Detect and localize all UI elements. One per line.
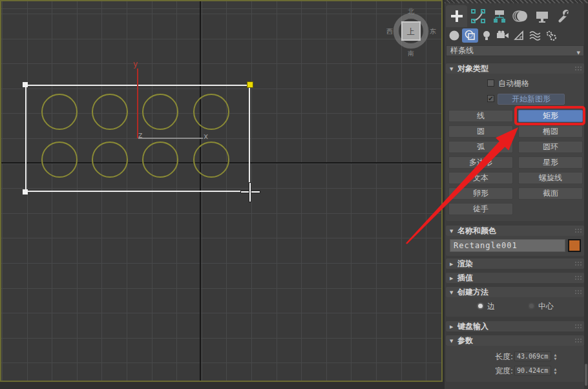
display-icon — [534, 8, 550, 24]
rollout-object-type[interactable]: ▼对象类型 — [446, 63, 584, 74]
viewport-top[interactable]: y x z 上 北 南 西 东 — [0, 0, 443, 382]
start-new-shape-checkbox[interactable]: ✔ — [487, 95, 494, 102]
tab-space-warps[interactable] — [527, 28, 543, 43]
create-category-tabs — [446, 28, 559, 43]
width-spinner[interactable]: ▲▼ — [552, 366, 559, 375]
tab-cameras[interactable] — [494, 28, 510, 43]
panel-scrollbar[interactable] — [584, 3, 588, 389]
shape-button[interactable]: 线 — [448, 110, 513, 122]
shapes-icon — [465, 30, 476, 41]
motion-icon — [512, 8, 529, 24]
shape-button[interactable]: 多边形 — [448, 156, 513, 169]
category-dropdown-value: 样条线 — [450, 46, 474, 55]
panel-scrollbar-thumb[interactable] — [585, 364, 587, 386]
tab-motion[interactable] — [510, 5, 531, 27]
wrench-icon — [556, 8, 571, 24]
name-color-body: Rectangle001 — [446, 236, 584, 256]
rollout-name-color[interactable]: ▼名称和颜色 — [446, 226, 584, 236]
shape-button[interactable]: 文本 — [448, 172, 513, 184]
rollout-title: 参数 — [457, 336, 473, 345]
rollout-title: 对象类型 — [457, 64, 488, 73]
light-bulb-icon — [481, 30, 492, 41]
length-input[interactable]: 43.069cm — [514, 352, 551, 361]
shape-button[interactable]: 卵形 — [448, 187, 513, 200]
width-input[interactable]: 90.424cm — [514, 366, 551, 375]
rollout-rendering[interactable]: ▶渲染 — [446, 258, 584, 269]
tab-modify[interactable] — [467, 5, 488, 27]
width-label: 宽度: — [472, 366, 513, 377]
viewcube-north-label: 北 — [408, 8, 415, 15]
panel-dock-grip[interactable] — [445, 0, 588, 3]
create-plus-icon — [450, 9, 464, 23]
rollout-creation-method[interactable]: ▼创建方法 — [446, 287, 584, 297]
radio-center-label: 中心 — [538, 301, 554, 312]
parameters-body: 长度: 43.069cm ▲▼ 宽度: 90.424cm ▲▼ — [446, 346, 584, 382]
start-new-shape-toggle[interactable]: 开始新图形 — [498, 94, 565, 105]
rollout-grip-icon — [574, 66, 582, 72]
rollout-title: 创建方法 — [457, 288, 488, 297]
tab-systems[interactable] — [543, 28, 559, 43]
z-axis-label: z — [138, 131, 142, 140]
rollout-expanded-icon: ▼ — [450, 64, 457, 74]
spline-category-dropdown[interactable]: 样条线 ▼ — [446, 45, 584, 56]
shape-button[interactable]: 星形 — [518, 156, 583, 169]
hierarchy-icon — [492, 8, 507, 24]
tab-geometry[interactable] — [446, 28, 462, 43]
rect-handle-top-right — [247, 81, 253, 88]
set-square-icon — [513, 30, 525, 41]
tab-helpers[interactable] — [510, 28, 527, 43]
shape-button[interactable]: 螺旋线 — [518, 172, 583, 184]
autogrid-checkbox[interactable] — [487, 79, 494, 87]
tab-lights[interactable] — [478, 28, 494, 43]
rect-handle-bottom-left — [23, 189, 28, 194]
radio-edge[interactable] — [477, 302, 484, 310]
rollout-grip-icon — [574, 338, 582, 344]
rollout-grip-icon — [574, 261, 582, 267]
chevron-down-icon: ▼ — [577, 48, 580, 58]
object-type-body: 自动栅格 ✔ 开始新图形 线矩形圆椭圆弧圆环多边形星形文本螺旋线卵形截面徒手 — [446, 74, 584, 221]
rect-handle-top-left — [23, 82, 28, 87]
length-label: 长度: — [472, 352, 513, 363]
geometry-sphere-icon — [448, 30, 460, 41]
shape-button[interactable]: 圆环 — [518, 141, 583, 153]
shape-buttons-grid: 线矩形圆椭圆弧圆环多边形星形文本螺旋线卵形截面徒手 — [448, 110, 583, 215]
y-axis-label: y — [133, 59, 138, 68]
object-name-input[interactable]: Rectangle001 — [450, 239, 565, 252]
camera-icon — [496, 30, 509, 41]
viewcube-west-label: 西 — [386, 28, 393, 35]
object-color-swatch[interactable] — [568, 239, 581, 252]
shape-button[interactable]: 徒手 — [448, 203, 513, 215]
x-axis-label: x — [204, 132, 208, 141]
shape-button[interactable]: 截面 — [518, 187, 583, 200]
gears-icon — [545, 30, 557, 41]
radio-center[interactable] — [528, 302, 535, 310]
radio-edge-label: 边 — [487, 301, 495, 312]
tab-hierarchy[interactable] — [488, 5, 510, 27]
tab-shapes[interactable] — [462, 28, 478, 43]
tab-display[interactable] — [531, 5, 552, 27]
shape-button[interactable]: 圆 — [448, 125, 513, 138]
rollout-interpolation[interactable]: ▶插值 — [446, 273, 584, 283]
command-panel-tabs — [446, 5, 574, 28]
length-spinner[interactable]: ▲▼ — [552, 352, 559, 361]
rollout-expanded-icon: ▼ — [450, 288, 457, 298]
tab-utilities[interactable] — [552, 5, 574, 27]
viewcube-south-label: 南 — [408, 50, 414, 57]
rollout-expanded-icon: ▼ — [450, 226, 457, 237]
shape-button[interactable]: 弧 — [448, 141, 513, 153]
tab-create[interactable] — [446, 5, 467, 27]
rollout-collapsed-icon: ▶ — [450, 259, 457, 269]
rollout-title: 名称和颜色 — [457, 226, 496, 235]
rollout-title: 渲染 — [457, 259, 473, 268]
viewport-bottom-gap — [0, 382, 443, 389]
rollout-parameters[interactable]: ▼参数 — [446, 335, 584, 346]
viewcube[interactable]: 上 北 南 西 东 — [385, 4, 438, 59]
rollout-collapsed-icon: ▶ — [450, 322, 457, 332]
shape-button[interactable]: 椭圆 — [518, 125, 583, 138]
creation-method-body: 边 中心 — [446, 297, 584, 317]
rollout-title: 插值 — [457, 273, 473, 282]
rollout-keyboard-entry[interactable]: ▶键盘输入 — [446, 321, 584, 331]
rollout-grip-icon — [574, 275, 582, 281]
x-axis-line — [138, 138, 203, 139]
modify-icon — [470, 8, 486, 24]
